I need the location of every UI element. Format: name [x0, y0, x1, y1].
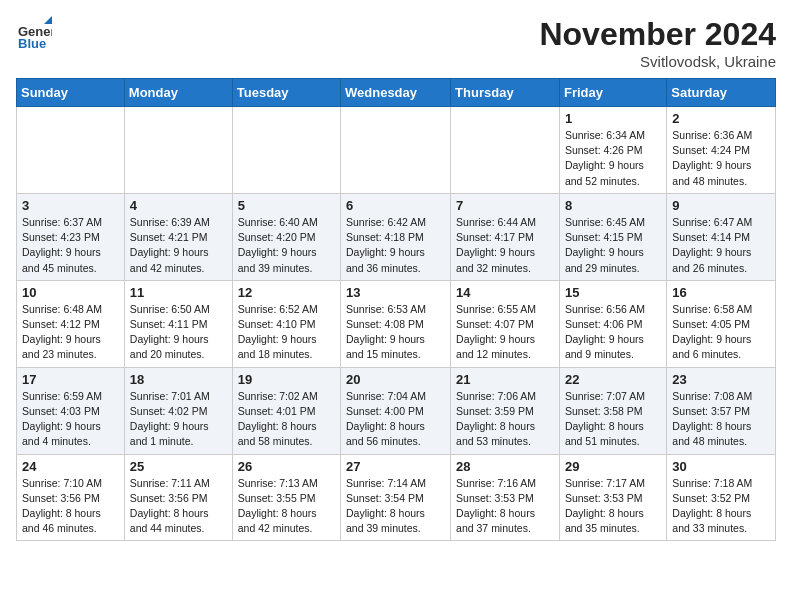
table-row: 25Sunrise: 7:11 AM Sunset: 3:56 PM Dayli… [124, 454, 232, 541]
day-number: 7 [456, 198, 554, 213]
title-block: November 2024 Svitlovodsk, Ukraine [539, 16, 776, 70]
day-number: 5 [238, 198, 335, 213]
table-row: 14Sunrise: 6:55 AM Sunset: 4:07 PM Dayli… [451, 280, 560, 367]
day-number: 19 [238, 372, 335, 387]
table-row: 4Sunrise: 6:39 AM Sunset: 4:21 PM Daylig… [124, 193, 232, 280]
day-info: Sunrise: 7:13 AM Sunset: 3:55 PM Dayligh… [238, 476, 335, 537]
table-row: 18Sunrise: 7:01 AM Sunset: 4:02 PM Dayli… [124, 367, 232, 454]
table-row: 10Sunrise: 6:48 AM Sunset: 4:12 PM Dayli… [17, 280, 125, 367]
table-row [341, 107, 451, 194]
day-info: Sunrise: 6:58 AM Sunset: 4:05 PM Dayligh… [672, 302, 770, 363]
svg-text:Blue: Blue [18, 36, 46, 51]
day-info: Sunrise: 6:50 AM Sunset: 4:11 PM Dayligh… [130, 302, 227, 363]
day-number: 11 [130, 285, 227, 300]
table-row: 29Sunrise: 7:17 AM Sunset: 3:53 PM Dayli… [559, 454, 666, 541]
table-row: 2Sunrise: 6:36 AM Sunset: 4:24 PM Daylig… [667, 107, 776, 194]
day-number: 2 [672, 111, 770, 126]
day-number: 4 [130, 198, 227, 213]
day-info: Sunrise: 6:37 AM Sunset: 4:23 PM Dayligh… [22, 215, 119, 276]
day-info: Sunrise: 7:18 AM Sunset: 3:52 PM Dayligh… [672, 476, 770, 537]
table-row: 20Sunrise: 7:04 AM Sunset: 4:00 PM Dayli… [341, 367, 451, 454]
table-row: 26Sunrise: 7:13 AM Sunset: 3:55 PM Dayli… [232, 454, 340, 541]
table-row: 11Sunrise: 6:50 AM Sunset: 4:11 PM Dayli… [124, 280, 232, 367]
day-info: Sunrise: 7:11 AM Sunset: 3:56 PM Dayligh… [130, 476, 227, 537]
col-friday: Friday [559, 79, 666, 107]
day-info: Sunrise: 6:36 AM Sunset: 4:24 PM Dayligh… [672, 128, 770, 189]
day-info: Sunrise: 6:40 AM Sunset: 4:20 PM Dayligh… [238, 215, 335, 276]
table-row [451, 107, 560, 194]
svg-marker-2 [44, 16, 52, 24]
day-info: Sunrise: 6:55 AM Sunset: 4:07 PM Dayligh… [456, 302, 554, 363]
day-info: Sunrise: 7:06 AM Sunset: 3:59 PM Dayligh… [456, 389, 554, 450]
table-row: 19Sunrise: 7:02 AM Sunset: 4:01 PM Dayli… [232, 367, 340, 454]
day-number: 9 [672, 198, 770, 213]
day-info: Sunrise: 7:02 AM Sunset: 4:01 PM Dayligh… [238, 389, 335, 450]
day-number: 16 [672, 285, 770, 300]
day-number: 27 [346, 459, 445, 474]
table-row: 17Sunrise: 6:59 AM Sunset: 4:03 PM Dayli… [17, 367, 125, 454]
calendar-week-row: 24Sunrise: 7:10 AM Sunset: 3:56 PM Dayli… [17, 454, 776, 541]
day-number: 26 [238, 459, 335, 474]
day-info: Sunrise: 7:17 AM Sunset: 3:53 PM Dayligh… [565, 476, 661, 537]
location: Svitlovodsk, Ukraine [539, 53, 776, 70]
day-info: Sunrise: 6:42 AM Sunset: 4:18 PM Dayligh… [346, 215, 445, 276]
day-number: 17 [22, 372, 119, 387]
day-info: Sunrise: 6:56 AM Sunset: 4:06 PM Dayligh… [565, 302, 661, 363]
table-row: 6Sunrise: 6:42 AM Sunset: 4:18 PM Daylig… [341, 193, 451, 280]
table-row: 16Sunrise: 6:58 AM Sunset: 4:05 PM Dayli… [667, 280, 776, 367]
table-row: 9Sunrise: 6:47 AM Sunset: 4:14 PM Daylig… [667, 193, 776, 280]
day-info: Sunrise: 6:48 AM Sunset: 4:12 PM Dayligh… [22, 302, 119, 363]
table-row: 5Sunrise: 6:40 AM Sunset: 4:20 PM Daylig… [232, 193, 340, 280]
day-number: 21 [456, 372, 554, 387]
table-row: 24Sunrise: 7:10 AM Sunset: 3:56 PM Dayli… [17, 454, 125, 541]
day-info: Sunrise: 6:59 AM Sunset: 4:03 PM Dayligh… [22, 389, 119, 450]
day-number: 10 [22, 285, 119, 300]
day-info: Sunrise: 6:52 AM Sunset: 4:10 PM Dayligh… [238, 302, 335, 363]
col-tuesday: Tuesday [232, 79, 340, 107]
day-number: 18 [130, 372, 227, 387]
day-info: Sunrise: 7:07 AM Sunset: 3:58 PM Dayligh… [565, 389, 661, 450]
table-row: 15Sunrise: 6:56 AM Sunset: 4:06 PM Dayli… [559, 280, 666, 367]
day-info: Sunrise: 6:44 AM Sunset: 4:17 PM Dayligh… [456, 215, 554, 276]
day-number: 25 [130, 459, 227, 474]
day-info: Sunrise: 6:53 AM Sunset: 4:08 PM Dayligh… [346, 302, 445, 363]
day-info: Sunrise: 7:08 AM Sunset: 3:57 PM Dayligh… [672, 389, 770, 450]
day-number: 14 [456, 285, 554, 300]
calendar-week-row: 17Sunrise: 6:59 AM Sunset: 4:03 PM Dayli… [17, 367, 776, 454]
table-row: 13Sunrise: 6:53 AM Sunset: 4:08 PM Dayli… [341, 280, 451, 367]
col-wednesday: Wednesday [341, 79, 451, 107]
calendar-week-row: 3Sunrise: 6:37 AM Sunset: 4:23 PM Daylig… [17, 193, 776, 280]
table-row: 28Sunrise: 7:16 AM Sunset: 3:53 PM Dayli… [451, 454, 560, 541]
table-row [232, 107, 340, 194]
table-row: 23Sunrise: 7:08 AM Sunset: 3:57 PM Dayli… [667, 367, 776, 454]
calendar-week-row: 1Sunrise: 6:34 AM Sunset: 4:26 PM Daylig… [17, 107, 776, 194]
day-number: 24 [22, 459, 119, 474]
day-info: Sunrise: 6:47 AM Sunset: 4:14 PM Dayligh… [672, 215, 770, 276]
day-info: Sunrise: 6:45 AM Sunset: 4:15 PM Dayligh… [565, 215, 661, 276]
day-info: Sunrise: 6:34 AM Sunset: 4:26 PM Dayligh… [565, 128, 661, 189]
day-number: 1 [565, 111, 661, 126]
table-row: 8Sunrise: 6:45 AM Sunset: 4:15 PM Daylig… [559, 193, 666, 280]
day-number: 29 [565, 459, 661, 474]
table-row: 30Sunrise: 7:18 AM Sunset: 3:52 PM Dayli… [667, 454, 776, 541]
logo: General Blue [16, 16, 52, 52]
day-info: Sunrise: 7:14 AM Sunset: 3:54 PM Dayligh… [346, 476, 445, 537]
table-row: 1Sunrise: 6:34 AM Sunset: 4:26 PM Daylig… [559, 107, 666, 194]
table-row: 3Sunrise: 6:37 AM Sunset: 4:23 PM Daylig… [17, 193, 125, 280]
day-number: 3 [22, 198, 119, 213]
day-info: Sunrise: 7:10 AM Sunset: 3:56 PM Dayligh… [22, 476, 119, 537]
day-number: 8 [565, 198, 661, 213]
calendar-week-row: 10Sunrise: 6:48 AM Sunset: 4:12 PM Dayli… [17, 280, 776, 367]
table-row [17, 107, 125, 194]
col-saturday: Saturday [667, 79, 776, 107]
day-number: 15 [565, 285, 661, 300]
day-number: 6 [346, 198, 445, 213]
month-year: November 2024 [539, 16, 776, 53]
day-number: 30 [672, 459, 770, 474]
table-row: 21Sunrise: 7:06 AM Sunset: 3:59 PM Dayli… [451, 367, 560, 454]
day-number: 13 [346, 285, 445, 300]
day-info: Sunrise: 7:04 AM Sunset: 4:00 PM Dayligh… [346, 389, 445, 450]
day-info: Sunrise: 7:16 AM Sunset: 3:53 PM Dayligh… [456, 476, 554, 537]
table-row: 22Sunrise: 7:07 AM Sunset: 3:58 PM Dayli… [559, 367, 666, 454]
table-row: 12Sunrise: 6:52 AM Sunset: 4:10 PM Dayli… [232, 280, 340, 367]
